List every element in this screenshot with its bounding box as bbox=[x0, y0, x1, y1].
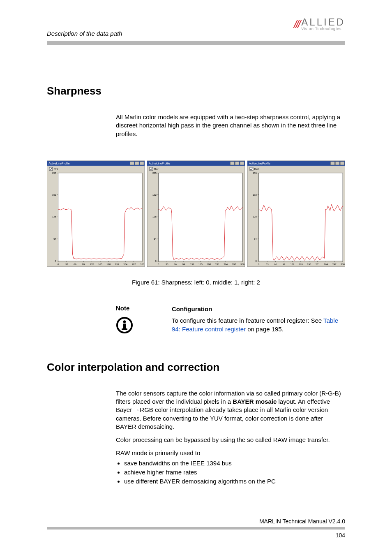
svg-text:297: 297 bbox=[332, 263, 337, 266]
svg-text:192: 192 bbox=[152, 193, 157, 196]
list-item: achieve higher frame rates bbox=[124, 468, 345, 476]
header-rule bbox=[47, 41, 345, 45]
svg-text:66: 66 bbox=[74, 263, 76, 266]
svg-text:128: 128 bbox=[253, 215, 257, 218]
svg-rect-46 bbox=[240, 162, 244, 165]
svg-text:231: 231 bbox=[316, 263, 320, 266]
svg-text:198: 198 bbox=[106, 263, 111, 266]
logo: /// ALLIED Vision Technologies bbox=[294, 17, 345, 31]
svg-rect-87 bbox=[340, 162, 344, 165]
svg-text:128: 128 bbox=[152, 215, 157, 218]
svg-text:330: 330 bbox=[140, 263, 145, 266]
logo-sub-text: Vision Technologies bbox=[301, 27, 345, 31]
svg-text:99: 99 bbox=[283, 263, 286, 266]
svg-rect-126 bbox=[122, 328, 127, 330]
list-item: use different BAYER demosaicing algorith… bbox=[124, 477, 345, 486]
list-item: save bandwidths on the IEEE 1394 bus bbox=[124, 459, 345, 467]
svg-text:264: 264 bbox=[324, 263, 328, 266]
svg-text:132: 132 bbox=[190, 263, 194, 266]
svg-text:99: 99 bbox=[182, 263, 185, 266]
svg-text:33: 33 bbox=[266, 263, 269, 266]
footer-rule bbox=[47, 527, 345, 530]
raw-mode-list: save bandwidths on the IEEE 1394 bus ach… bbox=[124, 459, 345, 486]
svg-text:192: 192 bbox=[253, 193, 257, 196]
svg-text:231: 231 bbox=[115, 263, 120, 266]
svg-rect-44 bbox=[230, 162, 234, 165]
svg-rect-90 bbox=[259, 173, 343, 261]
page-number: 104 bbox=[47, 532, 345, 539]
svg-text:198: 198 bbox=[207, 263, 211, 266]
chart-sharpness-0: ActiveLineProfileRot06412819225503366991… bbox=[47, 160, 145, 267]
page-header: Description of the data path /// ALLIED … bbox=[47, 20, 345, 39]
svg-text:64: 64 bbox=[53, 238, 56, 240]
svg-rect-86 bbox=[335, 162, 339, 165]
svg-text:198: 198 bbox=[307, 263, 311, 266]
svg-text:297: 297 bbox=[232, 263, 236, 266]
color-p1: The color sensors capture the color info… bbox=[116, 389, 345, 431]
svg-text:33: 33 bbox=[166, 263, 168, 266]
sharpness-body: All Marlin color models are equipped wit… bbox=[116, 113, 345, 138]
svg-rect-45 bbox=[235, 162, 239, 165]
color-body: The color sensors capture the color info… bbox=[116, 389, 345, 486]
logo-slash-icon: /// bbox=[294, 18, 300, 31]
svg-text:132: 132 bbox=[90, 263, 94, 266]
svg-rect-3 bbox=[130, 162, 134, 165]
page-footer: MARLIN Technical Manual V2.4.0 104 bbox=[47, 518, 345, 539]
svg-rect-5 bbox=[140, 162, 144, 165]
svg-text:64: 64 bbox=[154, 238, 157, 240]
color-p2: Color processing can be bypassed by usin… bbox=[116, 436, 345, 444]
svg-text:132: 132 bbox=[291, 263, 295, 266]
section-heading-sharpness: Sharpness bbox=[47, 85, 345, 97]
svg-text:255: 255 bbox=[52, 172, 57, 174]
chart-sharpness-1: ActiveLineProfileRot06412819225503366991… bbox=[147, 160, 245, 267]
svg-text:Rot: Rot bbox=[54, 168, 58, 171]
svg-text:165: 165 bbox=[198, 263, 203, 266]
info-icon bbox=[116, 317, 164, 335]
sharpness-charts: ActiveLineProfileRot06412819225503366991… bbox=[47, 160, 345, 267]
breadcrumb: Description of the data path bbox=[47, 30, 122, 37]
svg-rect-85 bbox=[330, 162, 334, 165]
svg-text:64: 64 bbox=[254, 238, 257, 240]
manual-version: MARLIN Technical Manual V2.4.0 bbox=[47, 518, 345, 525]
svg-text:Rot: Rot bbox=[154, 168, 159, 171]
svg-text:128: 128 bbox=[52, 215, 57, 218]
section-heading-color: Color interpolation and correction bbox=[47, 361, 345, 374]
svg-text:330: 330 bbox=[240, 263, 245, 266]
svg-text:330: 330 bbox=[341, 263, 345, 266]
svg-rect-4 bbox=[135, 162, 139, 165]
note-block: Note Configuration To configure this fea… bbox=[116, 305, 345, 335]
note-text: To configure this feature in feature con… bbox=[172, 316, 345, 334]
svg-text:264: 264 bbox=[224, 263, 228, 266]
svg-text:99: 99 bbox=[82, 263, 85, 266]
svg-text:165: 165 bbox=[98, 263, 103, 266]
svg-text:ActiveLineProfile: ActiveLineProfile bbox=[48, 162, 70, 165]
svg-text:255: 255 bbox=[152, 172, 157, 174]
svg-text:297: 297 bbox=[132, 263, 136, 266]
chart-sharpness-2: ActiveLineProfileRot06412819225503366991… bbox=[247, 160, 345, 267]
note-subhead: Configuration bbox=[172, 305, 345, 314]
svg-point-124 bbox=[123, 320, 126, 323]
svg-text:66: 66 bbox=[274, 263, 277, 266]
svg-text:231: 231 bbox=[215, 263, 220, 266]
svg-rect-49 bbox=[159, 173, 242, 261]
svg-text:33: 33 bbox=[65, 263, 68, 266]
color-p3: RAW mode is primarily used to bbox=[116, 449, 345, 457]
svg-text:ActiveLineProfile: ActiveLineProfile bbox=[149, 162, 170, 165]
logo-main-text: ALLIED bbox=[301, 17, 345, 27]
svg-text:ActiveLineProfile: ActiveLineProfile bbox=[249, 162, 270, 165]
svg-rect-8 bbox=[58, 173, 142, 261]
svg-text:66: 66 bbox=[174, 263, 177, 266]
svg-text:165: 165 bbox=[299, 263, 303, 266]
svg-text:255: 255 bbox=[253, 172, 257, 174]
note-label: Note bbox=[116, 305, 164, 312]
svg-text:264: 264 bbox=[123, 263, 128, 266]
svg-text:192: 192 bbox=[52, 193, 56, 196]
figure-caption: Figure 61: Sharpness: left: 0, middle: 1… bbox=[47, 279, 345, 286]
svg-text:Rot: Rot bbox=[254, 168, 259, 171]
